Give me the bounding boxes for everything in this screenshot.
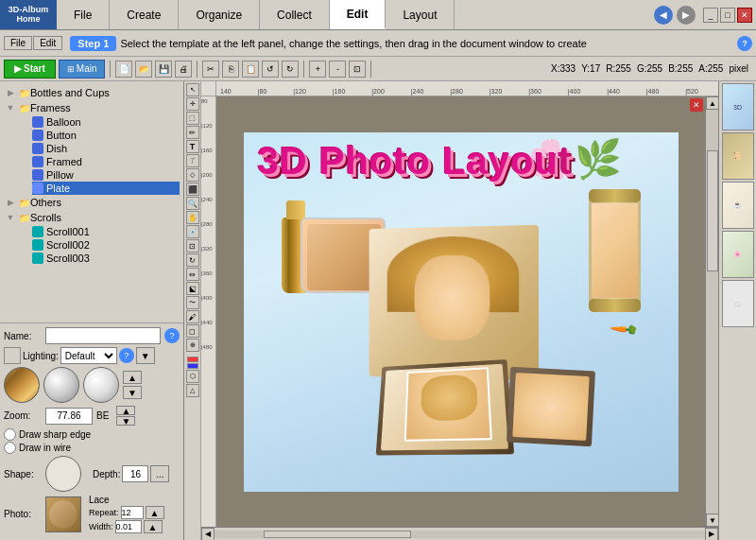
sphere-up-btn[interactable]: ▲	[123, 371, 142, 384]
tree-item-scroll001[interactable]: Scroll001	[32, 225, 180, 238]
tool-eraser[interactable]: ◻	[186, 324, 199, 338]
depth-pick-btn[interactable]: ...	[150, 465, 169, 482]
tree-item-framess[interactable]: ▼ 📁 Framess	[4, 100, 180, 115]
lighting-help[interactable]: ?	[119, 348, 134, 363]
tool-brush[interactable]: 🖌	[186, 310, 199, 323]
zoom-up-btn[interactable]: ▲	[116, 406, 135, 415]
fg-color[interactable]	[187, 357, 198, 362]
canvas-close-btn[interactable]: ✕	[690, 98, 703, 112]
scroll-right-btn[interactable]: ▶	[705, 528, 718, 541]
lighting-preview[interactable]	[4, 347, 21, 364]
undo-btn[interactable]: ↺	[262, 61, 279, 78]
tool-text2[interactable]: T	[186, 154, 199, 167]
draw-sharp-radio[interactable]	[4, 428, 16, 441]
tool-rotate[interactable]: ↻	[186, 253, 199, 267]
menu-tab-file[interactable]: File	[57, 0, 110, 29]
tool-extra2[interactable]: △	[186, 384, 199, 397]
repeat-up-btn[interactable]: ▲	[146, 506, 164, 519]
tree-item-plate[interactable]: Plate	[32, 182, 180, 195]
tree-item-dish[interactable]: Dish	[32, 142, 180, 155]
tool-move[interactable]: ✛	[186, 97, 199, 111]
start-btn[interactable]: ▶ Start	[4, 60, 56, 78]
main-btn[interactable]: ⊞ Main	[59, 60, 106, 78]
maximize-btn[interactable]: □	[720, 8, 735, 23]
menu-tab-organize[interactable]: Organize	[179, 0, 260, 29]
shape-label: Shape:	[4, 469, 42, 479]
tool-select[interactable]: ⬚	[186, 112, 199, 125]
scroll-thumb-v[interactable]	[707, 150, 718, 271]
open-btn[interactable]: 📂	[135, 61, 152, 78]
tool-zoom[interactable]: 🔍	[186, 197, 199, 210]
tool-arrow[interactable]: ↖	[186, 83, 199, 96]
menu-tab-create[interactable]: Create	[110, 0, 179, 29]
copy-btn[interactable]: ⎘	[222, 61, 239, 78]
tool-stamp[interactable]: ⊕	[186, 339, 199, 352]
save-btn[interactable]: 💾	[155, 61, 172, 78]
nav-forward-btn[interactable]: ▶	[677, 6, 696, 25]
item-icon-pillow	[32, 169, 43, 181]
tool-hand[interactable]: ✋	[186, 211, 199, 224]
right-thumb-5[interactable]: □	[722, 280, 754, 327]
name-help-btn[interactable]: ?	[164, 328, 180, 343]
edit-menu-btn[interactable]: Edit	[33, 36, 62, 50]
width-up-btn[interactable]: ▲	[144, 520, 163, 533]
tree-item-scroll002[interactable]: Scroll002	[32, 238, 180, 252]
fit-btn[interactable]: ⊡	[349, 61, 366, 78]
close-btn[interactable]: ✕	[737, 8, 752, 23]
zoom-out-btn[interactable]: -	[329, 61, 346, 78]
tree-item-scroll003[interactable]: Scroll003	[32, 252, 180, 265]
tool-extra1[interactable]: ⬡	[186, 370, 199, 383]
draw-wire-radio[interactable]	[4, 442, 16, 454]
print-btn[interactable]: 🖨	[175, 61, 192, 78]
scroll-down-btn[interactable]: ▼	[706, 514, 718, 527]
tree-item-scrolls[interactable]: ▼ 📁 Scrolls	[4, 210, 180, 225]
zoom-input[interactable]	[45, 408, 93, 425]
right-thumb-3[interactable]: ☕	[722, 182, 754, 229]
paste-btn[interactable]: 📋	[242, 61, 259, 78]
new-btn[interactable]: 📄	[115, 61, 132, 78]
window-controls: _ □ ✕	[703, 0, 756, 29]
depth-input[interactable]	[122, 465, 148, 482]
lighting-expand-btn[interactable]: ▼	[136, 347, 155, 364]
scroll-left-btn[interactable]: ◀	[201, 528, 215, 541]
canvas-content[interactable]: 3D Photo Layout 🌸🌿	[216, 96, 705, 527]
tree-item-others[interactable]: ▶ 📁 Others	[4, 195, 180, 210]
repeat-input[interactable]	[121, 506, 144, 519]
scroll-up-btn[interactable]: ▲	[706, 96, 718, 110]
zoom-in-btn[interactable]: +	[309, 61, 326, 78]
tool-crop[interactable]: ⊡	[186, 239, 199, 253]
file-menu-btn[interactable]: File	[4, 36, 32, 50]
lighting-select[interactable]: DefaultTopLeft	[60, 347, 117, 364]
tool-mirror[interactable]: ⇔	[186, 268, 199, 281]
menu-tab-layout[interactable]: Layout	[386, 0, 455, 29]
right-thumb-2[interactable]: 📜	[722, 132, 754, 180]
right-thumb-1[interactable]: 3D	[722, 83, 754, 131]
tool-fill[interactable]: ⬛	[186, 183, 199, 196]
sphere-down-btn[interactable]: ▼	[123, 386, 142, 399]
menu-tab-edit[interactable]: Edit	[330, 0, 387, 29]
bg-color[interactable]	[187, 363, 198, 369]
tool-eyedropper[interactable]: 💉	[186, 225, 199, 238]
tree-item-bottles[interactable]: ▶ 📁 Bottles and Cups	[4, 85, 180, 100]
item-icon-dish	[32, 143, 43, 154]
name-input[interactable]	[45, 327, 161, 344]
tool-skew[interactable]: ⬕	[186, 282, 199, 295]
redo-btn[interactable]: ↻	[282, 61, 299, 78]
tree-item-framed[interactable]: Framed	[32, 155, 180, 168]
scroll-thumb-h[interactable]	[264, 531, 411, 538]
tree-item-pillow[interactable]: Pillow	[32, 168, 180, 182]
tree-item-balloon[interactable]: Balloon	[32, 115, 180, 129]
right-thumb-4[interactable]: 🌸	[722, 231, 754, 278]
minimize-btn[interactable]: _	[703, 8, 718, 23]
tool-text[interactable]: T	[186, 140, 199, 153]
help-btn[interactable]: ?	[737, 36, 752, 51]
tree-item-button[interactable]: Button	[32, 129, 180, 142]
tool-warp[interactable]: 〜	[186, 296, 199, 309]
tool-pen[interactable]: ✏	[186, 126, 199, 139]
tool-shape[interactable]: ◇	[186, 168, 199, 182]
cut-btn[interactable]: ✂	[202, 61, 219, 78]
menu-tab-collect[interactable]: Collect	[260, 0, 330, 29]
nav-back-btn[interactable]: ◀	[654, 6, 673, 25]
width-input[interactable]	[115, 520, 142, 533]
zoom-down-btn[interactable]: ▼	[116, 416, 135, 426]
